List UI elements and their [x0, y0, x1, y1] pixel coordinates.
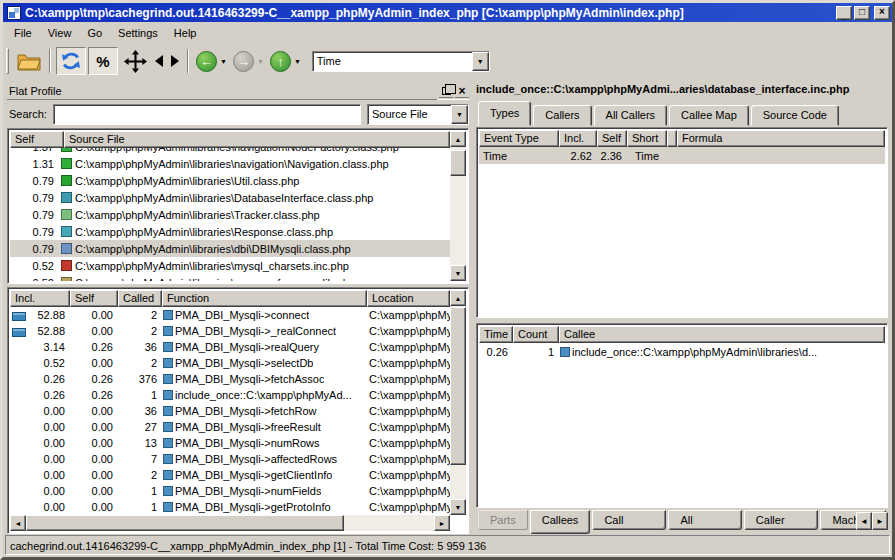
- menu-file[interactable]: File: [6, 24, 40, 42]
- grouping-combo[interactable]: Source File ▼: [367, 104, 469, 125]
- up-icon[interactable]: ↑: [270, 51, 291, 72]
- tab-source-code[interactable]: Source Code: [751, 105, 839, 126]
- up-dropdown-icon[interactable]: ▼: [294, 58, 301, 65]
- dock-float-button[interactable]: [439, 84, 453, 98]
- title-bar[interactable]: C:\xampp\tmp\cachegrind.out.1416463299-C…: [3, 3, 892, 22]
- combo-dropdown-icon[interactable]: ▼: [472, 52, 489, 71]
- column-header-self[interactable]: Self: [70, 290, 118, 307]
- column-header-callee[interactable]: Callee: [559, 326, 885, 343]
- source-file-row[interactable]: 0.52C:\xampp\phpMyAdmin\libraries\mysql_…: [10, 257, 450, 274]
- column-header-time[interactable]: Time: [479, 326, 513, 343]
- function-row[interactable]: 0.000.007PMA_DBI_Mysqli->affectedRowsC:\…: [10, 451, 450, 467]
- function-row[interactable]: 3.140.2636PMA_DBI_Mysqli->realQueryC:\xa…: [10, 339, 450, 355]
- scroll-up-icon[interactable]: ▲: [450, 290, 466, 306]
- source-list-scrollbar[interactable]: ▲ ▼: [450, 131, 466, 281]
- tab-types[interactable]: Types: [478, 101, 531, 126]
- callee-row[interactable]: 0.261include_once::C:\xampp\phpMyAdmin\l…: [479, 343, 885, 360]
- function-row[interactable]: 52.880.002PMA_DBI_Mysqli->connectC:\xamp…: [10, 307, 450, 323]
- percent-toggle-button[interactable]: %: [88, 47, 118, 75]
- file-type-icon: [61, 158, 72, 169]
- close-button[interactable]: ×: [874, 6, 890, 20]
- reload-button[interactable]: [56, 47, 86, 75]
- relative-cost-button[interactable]: [120, 47, 150, 75]
- back-icon[interactable]: ←: [196, 51, 217, 72]
- column-header-self[interactable]: Self: [597, 130, 627, 147]
- bottom-tab-caller-map[interactable]: Caller Map: [744, 510, 819, 530]
- toolbar-handle[interactable]: [6, 48, 9, 74]
- source-file-row[interactable]: 0.79C:\xampp\phpMyAdmin\libraries\Util.c…: [10, 172, 450, 189]
- menu-help[interactable]: Help: [166, 24, 205, 42]
- function-name: PMA_DBI_Mysqli->connect: [175, 309, 309, 321]
- column-header-source-file[interactable]: Source File: [64, 131, 450, 148]
- menu-go[interactable]: Go: [79, 24, 110, 42]
- tab-callee-map[interactable]: Callee Map: [669, 105, 749, 126]
- column-header-location[interactable]: Location: [367, 290, 450, 307]
- function-name: include_once::C:\xampp\phpMyAd...: [175, 389, 352, 401]
- main-vertical-splitter[interactable]: [469, 82, 476, 529]
- minimize-button[interactable]: _: [836, 6, 852, 20]
- column-header-formula[interactable]: Formula: [677, 130, 885, 147]
- source-file-row[interactable]: 1.37C:\xampp\phpMyAdmin\libraries\naviga…: [10, 148, 450, 155]
- dock-close-button[interactable]: ×: [455, 84, 469, 98]
- menu-settings[interactable]: Settings: [110, 24, 166, 42]
- status-text: cachegrind.out.1416463299-C__xampp_phpMy…: [5, 535, 890, 555]
- detail-tab-bar: TypesCallersAll CallersCallee MapSource …: [476, 101, 888, 126]
- search-input[interactable]: [53, 104, 361, 125]
- function-icon: [163, 438, 173, 448]
- column-header-count[interactable]: Count: [513, 326, 559, 343]
- source-file-row[interactable]: 0.79C:\xampp\phpMyAdmin\libraries\Databa…: [10, 189, 450, 206]
- column-header-incl[interactable]: Incl.: [10, 290, 70, 307]
- event-type-row[interactable]: Time2.622.36Time: [479, 147, 885, 164]
- column-header-incl[interactable]: Incl.: [559, 130, 597, 147]
- tab-scroll-right-icon[interactable]: ►: [872, 512, 888, 530]
- column-header-self[interactable]: Self: [10, 131, 64, 148]
- maximize-button[interactable]: □: [854, 6, 870, 20]
- back-dropdown-icon[interactable]: ▼: [220, 58, 227, 65]
- scroll-down-icon[interactable]: ▼: [450, 265, 466, 281]
- column-header-short[interactable]: Short: [627, 130, 667, 147]
- function-row[interactable]: 0.520.002PMA_DBI_Mysqli->selectDbC:\xamp…: [10, 355, 450, 371]
- function-row[interactable]: 0.000.0036PMA_DBI_Mysqli->fetchRowC:\xam…: [10, 403, 450, 419]
- shorten-templates-button[interactable]: [152, 47, 182, 75]
- function-row[interactable]: 52.880.002PMA_DBI_Mysqli->_realConnectC:…: [10, 323, 450, 339]
- function-list-scrollbar[interactable]: ▲ ▼: [450, 290, 466, 515]
- scrollbar-thumb[interactable]: [26, 515, 344, 531]
- open-file-button[interactable]: [14, 47, 44, 75]
- bottom-tab-call-graph[interactable]: Call Graph: [592, 510, 666, 530]
- function-row[interactable]: 0.000.0013PMA_DBI_Mysqli->numRowsC:\xamp…: [10, 435, 450, 451]
- source-file-row[interactable]: 0.79C:\xampp\phpMyAdmin\libraries\Respon…: [10, 223, 450, 240]
- source-file-row[interactable]: 0.79C:\xampp\phpMyAdmin\libraries\Tracke…: [10, 206, 450, 223]
- scroll-up-icon[interactable]: ▲: [450, 131, 466, 147]
- source-file-row[interactable]: 1.31C:\xampp\phpMyAdmin\libraries\naviga…: [10, 155, 450, 172]
- flat-profile-dock-titlebar[interactable]: Flat Profile ×: [7, 83, 469, 100]
- scrollbar-thumb[interactable]: [450, 307, 466, 465]
- column-header-spacer[interactable]: [667, 130, 677, 147]
- combo-dropdown-icon[interactable]: ▼: [451, 105, 468, 124]
- event-type-combo[interactable]: Time ▼: [312, 51, 490, 72]
- source-file-row[interactable]: 0.79C:\xampp\phpMyAdmin\libraries\dbi\DB…: [10, 240, 450, 257]
- column-header-function[interactable]: Function: [162, 290, 367, 307]
- function-list-hscrollbar[interactable]: ◄ ►: [10, 515, 450, 531]
- scroll-down-icon[interactable]: ▼: [450, 499, 466, 515]
- scroll-right-icon[interactable]: ►: [434, 515, 450, 531]
- function-row[interactable]: 0.260.261include_once::C:\xampp\phpMyAd.…: [10, 387, 450, 403]
- function-row[interactable]: 0.000.0027PMA_DBI_Mysqli->freeResultC:\x…: [10, 419, 450, 435]
- menu-view[interactable]: View: [40, 24, 80, 42]
- called-value: 2: [118, 309, 162, 321]
- column-header-called[interactable]: Called: [118, 290, 162, 307]
- called-value: 36: [118, 405, 162, 417]
- function-row[interactable]: 0.260.26376PMA_DBI_Mysqli->fetchAssocC:\…: [10, 371, 450, 387]
- column-header-event-type[interactable]: Event Type: [479, 130, 559, 147]
- bottom-tab-all-callees[interactable]: All Callees: [668, 510, 741, 530]
- scroll-left-icon[interactable]: ◄: [10, 515, 26, 531]
- function-row[interactable]: 0.000.002PMA_DBI_Mysqli->getClientInfoC:…: [10, 467, 450, 483]
- source-file-row[interactable]: 0.52C:\xampp\phpMyAdmin\libraries\user_p…: [10, 274, 450, 281]
- tab-callers[interactable]: Callers: [533, 105, 591, 126]
- tab-scroll-left-icon[interactable]: ◄: [856, 512, 872, 530]
- bottom-tab-callees[interactable]: Callees: [530, 510, 591, 534]
- function-row[interactable]: 0.000.001PMA_DBI_Mysqli->getProtoInfoC:\…: [10, 499, 450, 515]
- function-icon: [163, 502, 173, 512]
- tab-all-callers[interactable]: All Callers: [594, 105, 668, 126]
- scrollbar-thumb[interactable]: [450, 150, 466, 176]
- function-row[interactable]: 0.000.001PMA_DBI_Mysqli->numFieldsC:\xam…: [10, 483, 450, 499]
